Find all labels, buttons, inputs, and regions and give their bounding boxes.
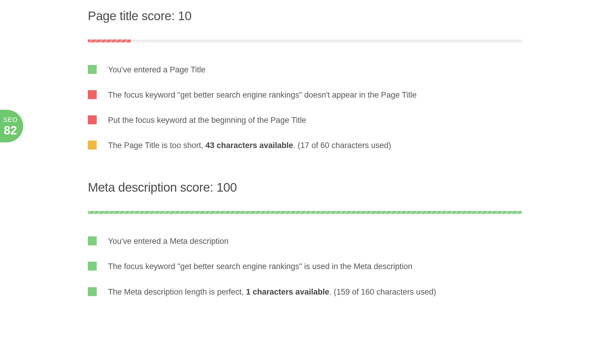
seo-badge-label: SEO: [3, 116, 18, 124]
check-text: Put the focus keyword at the beginning o…: [108, 115, 306, 125]
check-text: The focus keyword "get better search eng…: [108, 90, 416, 100]
check-item: The Meta description length is perfect, …: [88, 287, 522, 297]
meta-description-score-heading: Meta description score: 100: [88, 180, 522, 195]
status-marker-good-icon: [88, 287, 97, 296]
check-text: The Meta description length is perfect, …: [108, 287, 436, 297]
check-text: You've entered a Meta description: [108, 236, 228, 247]
check-text: The focus keyword "get better search eng…: [108, 261, 412, 272]
check-item: The focus keyword "get better search eng…: [88, 90, 522, 100]
check-item: You've entered a Page Title: [88, 65, 522, 75]
status-marker-bad-icon: [88, 90, 97, 99]
check-text: The Page Title is too short, 43 characte…: [108, 140, 391, 151]
seo-badge-score: 82: [4, 124, 17, 136]
status-marker-good-icon: [88, 262, 97, 271]
meta-description-progress-fill: [88, 211, 522, 214]
status-marker-good-icon: [88, 65, 97, 74]
seo-analysis-content: Page title score: 10 You've entered a Pa…: [0, 0, 593, 297]
page-title-progress-fill: [88, 39, 131, 42]
status-marker-bad-icon: [88, 115, 97, 124]
check-item: The Page Title is too short, 43 characte…: [88, 140, 522, 151]
meta-description-progress-bar: [88, 211, 522, 214]
page-title-checks: You've entered a Page Title The focus ke…: [88, 65, 522, 151]
status-marker-warn-icon: [88, 141, 97, 150]
status-marker-good-icon: [88, 236, 97, 245]
page-title-score-heading: Page title score: 10: [88, 9, 522, 23]
meta-description-checks: You've entered a Meta description The fo…: [88, 236, 522, 297]
check-item: Put the focus keyword at the beginning o…: [88, 115, 522, 125]
check-text: You've entered a Page Title: [108, 65, 205, 75]
check-item: You've entered a Meta description: [88, 236, 522, 247]
page-title-progress-bar: [88, 39, 522, 42]
check-item: The focus keyword "get better search eng…: [88, 261, 522, 272]
